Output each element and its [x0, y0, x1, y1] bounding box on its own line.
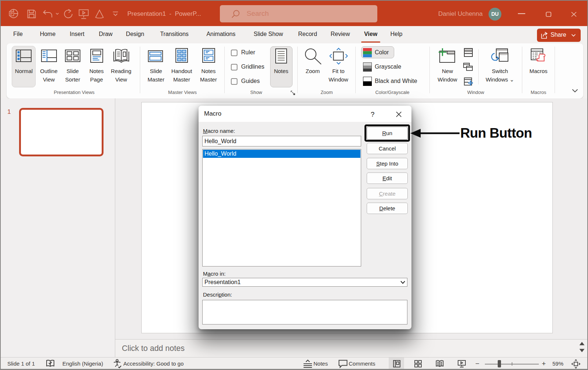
svg-text:P: P — [10, 11, 13, 16]
